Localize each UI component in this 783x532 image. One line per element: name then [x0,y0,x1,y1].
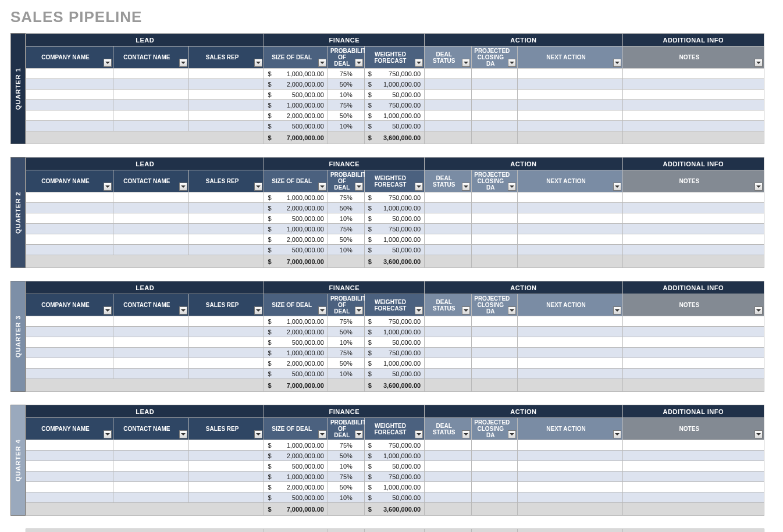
cell-closing[interactable] [472,121,518,131]
cell-next[interactable] [518,121,622,131]
cell-prob[interactable]: 10% [328,245,364,255]
col-salesrep[interactable]: SALES REP [188,418,264,440]
cell-notes[interactable] [622,492,764,503]
cell-salesrep[interactable] [188,245,264,255]
cell-contact[interactable] [113,461,188,472]
cell-prob[interactable]: 75% [328,348,364,358]
cell-forecast[interactable]: $50,000.00 [364,90,424,100]
cell-next[interactable] [518,213,622,224]
cell-notes[interactable] [622,337,764,348]
cell-contact[interactable] [113,213,188,224]
cell-deal[interactable]: $2,000,000.00 [264,482,328,492]
cell-salesrep[interactable] [188,316,264,327]
col-closing[interactable]: PROJECTED CLOSING DA [472,170,518,192]
col-contact[interactable]: CONTACT NAME [113,294,188,316]
status-filter-icon[interactable] [462,183,470,191]
cell-contact[interactable] [113,203,188,213]
cell-closing[interactable] [472,440,518,451]
col-next[interactable]: NEXT ACTION [518,47,622,69]
cell-company[interactable] [26,203,113,213]
cell-prob[interactable]: 10% [328,337,364,348]
cell-status[interactable] [425,69,472,79]
col-closing[interactable]: PROJECTED CLOSING DA [472,418,518,440]
next-filter-icon[interactable] [613,430,621,438]
cell-contact[interactable] [113,327,188,337]
cell-company[interactable] [26,369,113,379]
col-prob[interactable]: PROBABILITY OF DEAL [328,418,364,440]
cell-closing[interactable] [472,100,518,110]
cell-next[interactable] [518,100,622,110]
cell-salesrep[interactable] [188,121,264,131]
cell-salesrep[interactable] [188,90,264,100]
cell-notes[interactable] [622,482,764,492]
next-filter-icon[interactable] [613,183,621,191]
cell-forecast[interactable]: $750,000.00 [364,348,424,358]
company-filter-icon[interactable] [104,306,112,315]
contact-filter-icon[interactable] [179,59,187,67]
cell-forecast[interactable]: $750,000.00 [364,100,424,110]
cell-contact[interactable] [113,316,188,327]
cell-prob[interactable]: 10% [328,492,364,503]
cell-company[interactable] [26,192,113,203]
cell-company[interactable] [26,79,113,90]
cell-next[interactable] [518,440,622,451]
cell-salesrep[interactable] [188,234,264,245]
prob-filter-icon[interactable] [355,183,363,191]
col-status[interactable]: DEAL STATUS [425,294,472,316]
cell-contact[interactable] [113,369,188,379]
contact-filter-icon[interactable] [179,430,187,438]
cell-salesrep[interactable] [188,358,264,369]
cell-prob[interactable]: 50% [328,482,364,492]
cell-next[interactable] [518,337,622,348]
forecast-filter-icon[interactable] [415,430,423,438]
cell-salesrep[interactable] [188,69,264,79]
cell-contact[interactable] [113,358,188,369]
cell-status[interactable] [425,192,472,203]
col-prob[interactable]: PROBABILITY OF DEAL [328,170,364,192]
cell-prob[interactable]: 75% [328,472,364,482]
cell-contact[interactable] [113,348,188,358]
cell-prob[interactable]: 50% [328,234,364,245]
col-prob[interactable]: PROBABILITY OF DEAL [328,47,364,69]
cell-prob[interactable]: 75% [328,224,364,234]
cell-notes[interactable] [622,90,764,100]
cell-closing[interactable] [472,482,518,492]
cell-company[interactable] [26,110,113,121]
cell-deal[interactable]: $1,000,000.00 [264,348,328,358]
cell-salesrep[interactable] [188,492,264,503]
deal-filter-icon[interactable] [318,59,326,67]
cell-salesrep[interactable] [188,224,264,234]
cell-next[interactable] [518,79,622,90]
cell-closing[interactable] [472,327,518,337]
salesrep-filter-icon[interactable] [254,306,262,315]
cell-next[interactable] [518,234,622,245]
col-forecast[interactable]: WEIGHTED FORECAST [364,294,424,316]
cell-prob[interactable]: 10% [328,121,364,131]
cell-prob[interactable]: 75% [328,316,364,327]
cell-salesrep[interactable] [188,79,264,90]
cell-company[interactable] [26,461,113,472]
cell-forecast[interactable]: $1,000,000.00 [364,203,424,213]
cell-forecast[interactable]: $1,000,000.00 [364,358,424,369]
cell-status[interactable] [425,492,472,503]
cell-deal[interactable]: $1,000,000.00 [264,472,328,482]
notes-filter-icon[interactable] [754,59,763,67]
forecast-filter-icon[interactable] [415,183,423,191]
cell-notes[interactable] [622,245,764,255]
cell-forecast[interactable]: $50,000.00 [364,369,424,379]
cell-contact[interactable] [113,224,188,234]
cell-company[interactable] [26,451,113,461]
cell-status[interactable] [425,461,472,472]
cell-closing[interactable] [472,224,518,234]
cell-deal[interactable]: $500,000.00 [264,90,328,100]
cell-deal[interactable]: $500,000.00 [264,121,328,131]
cell-salesrep[interactable] [188,482,264,492]
closing-filter-icon[interactable] [508,183,516,191]
cell-company[interactable] [26,90,113,100]
cell-contact[interactable] [113,90,188,100]
cell-forecast[interactable]: $50,000.00 [364,213,424,224]
cell-next[interactable] [518,348,622,358]
contact-filter-icon[interactable] [179,306,187,315]
col-notes[interactable]: NOTES [622,170,764,192]
cell-deal[interactable]: $2,000,000.00 [264,234,328,245]
